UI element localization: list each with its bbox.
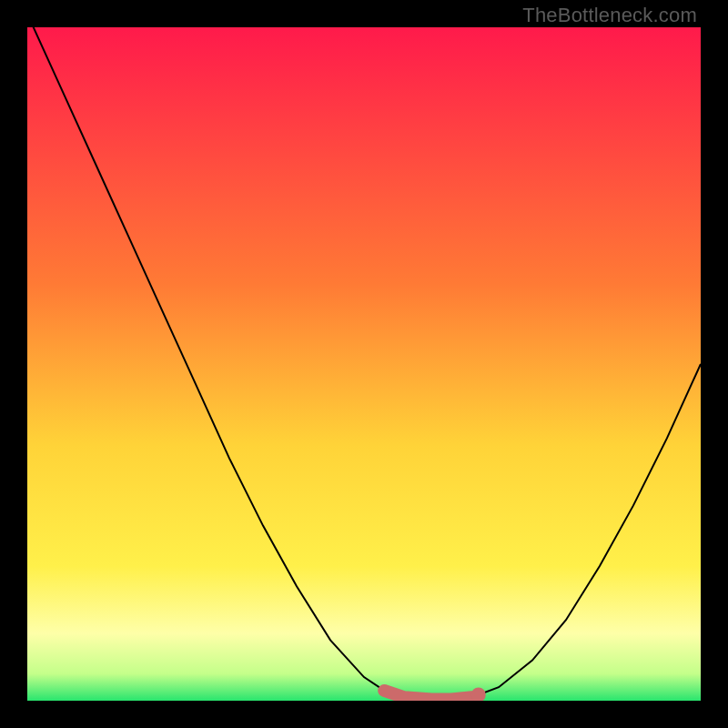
watermark-text: TheBottleneck.com: [522, 4, 697, 27]
chart-frame: TheBottleneck.com: [0, 0, 728, 728]
optimal-region-marker: [384, 691, 471, 700]
bottleneck-curve: [27, 27, 701, 701]
end-marker-dot: [471, 688, 486, 702]
plot-area: [27, 27, 701, 701]
